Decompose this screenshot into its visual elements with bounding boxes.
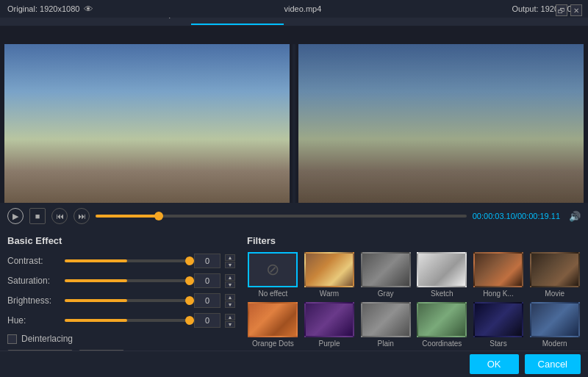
brightness-row: Brightness: 0 ▲ ▼: [7, 293, 235, 308]
filter-thumb-coordinates: [417, 302, 467, 337]
contrast-label: Contrast:: [7, 256, 60, 266]
contrast-slider[interactable]: [65, 259, 190, 262]
filter-label-no-effect: No effect: [258, 290, 287, 298]
brightness-down[interactable]: ▼: [225, 301, 235, 308]
hue-row: Hue: 0 ▲ ▼: [7, 313, 235, 328]
contrast-up[interactable]: ▲: [225, 254, 235, 261]
close-button[interactable]: ✕: [570, 4, 582, 16]
play-button[interactable]: ▶: [7, 208, 24, 224]
saturation-arrows: ▲ ▼: [225, 274, 235, 288]
saturation-down[interactable]: ▼: [225, 281, 235, 288]
filter-label-movie: Movie: [545, 290, 564, 298]
filter-movie[interactable]: Movie: [528, 252, 581, 298]
minimize-button[interactable]: 🗗: [556, 4, 567, 16]
hue-up[interactable]: ▲: [225, 314, 235, 320]
deinterlacing-label: Deinterlacing: [21, 334, 73, 344]
filter-orange-dots[interactable]: Orange Dots: [247, 302, 299, 348]
contrast-value: 0: [194, 254, 220, 268]
progress-bar[interactable]: [96, 215, 467, 218]
filter-thumb-orange-dots: [248, 302, 298, 337]
filter-label-warm: Warm: [320, 290, 339, 298]
volume-icon[interactable]: 🔊: [569, 211, 581, 222]
basic-effect-title: Basic Effect: [7, 235, 235, 246]
saturation-row: Saturation: 0 ▲ ▼: [7, 273, 235, 288]
filter-thumb-stars: [473, 302, 523, 337]
contrast-down[interactable]: ▼: [225, 262, 235, 268]
contrast-row: Contrast: 0 ▲ ▼: [7, 254, 235, 268]
brightness-value: 0: [194, 293, 220, 308]
filter-label-purple: Purple: [319, 340, 340, 348]
contrast-arrows: ▲ ▼: [225, 254, 235, 268]
filter-thumb-purple: [304, 302, 354, 337]
deinterlacing-checkbox[interactable]: [7, 334, 17, 344]
filter-label-gray: Gray: [378, 290, 394, 298]
filter-thumb-movie: [530, 252, 580, 287]
filter-label-orange-dots: Orange Dots: [252, 340, 294, 348]
filter-no-effect[interactable]: No effect: [247, 252, 299, 298]
brightness-arrows: ▲ ▼: [225, 294, 235, 308]
filter-stars[interactable]: Stars: [473, 302, 525, 348]
filter-hong-kong[interactable]: Hong K...: [473, 252, 525, 298]
brightness-slider[interactable]: [65, 299, 190, 302]
filter-thumb-sketch: [417, 252, 467, 287]
video-section: [0, 26, 588, 203]
video-info-bar: Original: 1920x1080 👁 video.mp4 Output: …: [0, 0, 588, 18]
output-video-preview: [298, 44, 584, 203]
filter-purple[interactable]: Purple: [304, 302, 356, 348]
saturation-label: Saturation:: [7, 276, 60, 286]
deinterlacing-row: Deinterlacing: [7, 334, 235, 344]
hue-label: Hue:: [7, 315, 60, 326]
filter-gray[interactable]: Gray: [359, 252, 412, 298]
videos-container: [0, 26, 588, 203]
filter-warm[interactable]: Warm: [304, 252, 356, 298]
filter-thumb-gray: [361, 252, 411, 287]
saturation-slider[interactable]: [65, 279, 190, 282]
filter-label-coordinates: Coordinates: [422, 340, 462, 348]
filter-thumb-modern: [530, 302, 580, 337]
original-label: Original: 1920x1080: [7, 4, 79, 13]
filter-thumb-warm: [304, 252, 354, 287]
ok-button[interactable]: OK: [470, 354, 519, 374]
file-name: video.mp4: [284, 4, 322, 13]
filter-thumb-plain: [361, 302, 411, 337]
progress-thumb[interactable]: [154, 212, 163, 220]
filter-thumb-no-effect: [248, 252, 298, 287]
stop-button[interactable]: ■: [29, 208, 46, 224]
saturation-value: 0: [194, 273, 220, 288]
hue-down[interactable]: ▼: [225, 321, 235, 328]
title-bar: 🗗 ✕: [550, 0, 588, 21]
filter-label-modern: Modern: [542, 340, 567, 348]
filter-label-stars: Stars: [490, 340, 506, 348]
original-video-preview: [4, 44, 290, 203]
prev-frame-button[interactable]: ⏮: [51, 208, 68, 224]
cancel-button[interactable]: Cancel: [525, 354, 581, 374]
hue-slider[interactable]: [65, 319, 190, 322]
original-info: Original: 1920x1080 👁: [7, 4, 93, 15]
filter-label-hong-kong: Hong K...: [483, 290, 514, 298]
brightness-label: Brightness:: [7, 295, 60, 306]
filter-coordinates[interactable]: Coordinates: [416, 302, 468, 348]
preview-toggle-icon[interactable]: 👁: [84, 4, 93, 15]
filter-plain[interactable]: Plain: [359, 302, 412, 348]
next-frame-button[interactable]: ⏭: [74, 208, 90, 224]
filter-label-plain: Plain: [378, 340, 394, 348]
bottom-bar: OK Cancel: [0, 351, 588, 377]
filter-label-sketch: Sketch: [431, 290, 453, 298]
brightness-up[interactable]: ▲: [225, 294, 235, 301]
hue-value: 0: [194, 313, 220, 328]
time-display: 00:00:03.10/00:00:19.11: [473, 212, 560, 220]
controls-bar: ▶ ■ ⏮ ⏭ 00:00:03.10/00:00:19.11 🔊: [0, 203, 588, 229]
saturation-up[interactable]: ▲: [225, 274, 235, 281]
video-divider: [293, 44, 295, 203]
filter-sketch[interactable]: Sketch: [416, 252, 468, 298]
filter-modern[interactable]: Modern: [528, 302, 581, 348]
filter-thumb-hong-kong: [473, 252, 523, 287]
hue-arrows: ▲ ▼: [225, 314, 235, 328]
filters-title: Filters: [247, 235, 581, 246]
